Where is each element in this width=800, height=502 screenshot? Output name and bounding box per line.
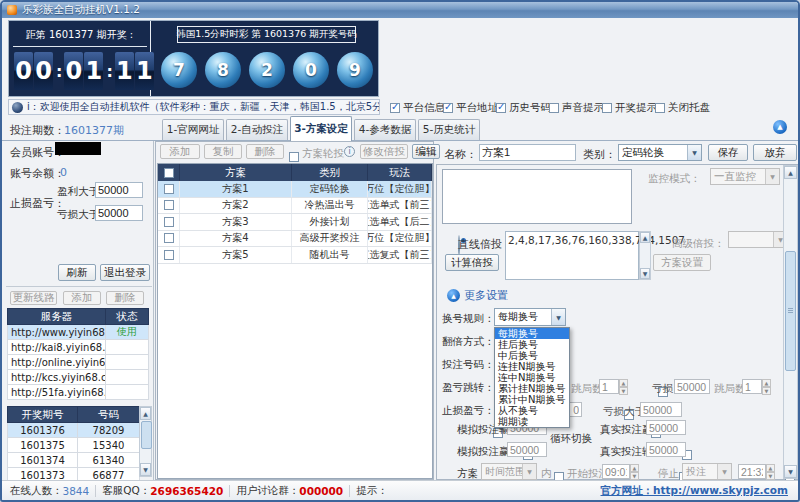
spinner-icons[interactable]: ▲▼ bbox=[766, 464, 775, 479]
scrollbar-thumb[interactable] bbox=[785, 251, 796, 371]
real-lose-input[interactable] bbox=[646, 442, 686, 457]
scheme-row[interactable]: 方案1 定码轮换 万位【定位胆】 bbox=[158, 181, 432, 198]
tab-official-sites[interactable]: 1-官网网址 bbox=[162, 119, 224, 140]
option-close-tray[interactable]: 关闭托盘 bbox=[655, 101, 710, 115]
spinner-icons[interactable]: ▲▼ bbox=[630, 464, 639, 479]
jump-count-input[interactable] bbox=[599, 379, 619, 394]
update-line-button[interactable]: 更新线路 bbox=[10, 291, 57, 305]
stop-action-select[interactable]: 投注 ▼ bbox=[682, 463, 732, 480]
discard-button[interactable]: 放弃 bbox=[753, 144, 797, 161]
scroll-down-icon[interactable]: ▼ bbox=[784, 465, 797, 478]
row-checkbox[interactable] bbox=[164, 184, 174, 194]
modify-multiplier-button[interactable]: 修改倍投 bbox=[360, 144, 408, 159]
loss-gt-input[interactable] bbox=[95, 205, 143, 221]
scroll-up-icon[interactable]: ▲ bbox=[784, 166, 797, 179]
spinner-icons[interactable]: ▲▼ bbox=[619, 379, 628, 394]
title-bar[interactable]: 乐彩族全自动挂机V1.1.2 bbox=[2, 2, 798, 18]
dropdown-option[interactable]: 累计中N期换号 bbox=[495, 394, 569, 405]
row-checkbox[interactable] bbox=[164, 217, 174, 227]
scheme-settings-button[interactable]: 方案设置 bbox=[653, 254, 711, 271]
scheme-delete-button[interactable]: 删除 bbox=[246, 144, 284, 159]
dropdown-option[interactable]: 连挂N期换号 bbox=[495, 361, 569, 372]
config-scrollbar[interactable]: ▲ ▼ bbox=[783, 165, 798, 479]
scheme-copy-button[interactable]: 复制 bbox=[204, 144, 242, 159]
scheme-row[interactable]: 方案2 冷热温出号 直选单式【前三】 bbox=[158, 198, 432, 215]
checkbox-icon[interactable] bbox=[602, 103, 612, 113]
option-sound-alert[interactable]: 声音提示 bbox=[549, 101, 604, 115]
advanced-bet-select[interactable]: ▼ bbox=[728, 231, 788, 248]
scroll-down-icon[interactable]: ▼ bbox=[640, 268, 650, 279]
server-row[interactable]: http://51fa.yiyin68.com bbox=[8, 385, 149, 400]
dropdown-option[interactable]: 挂后换号 bbox=[495, 339, 569, 350]
scheme-row[interactable]: 方案4 高级开奖投注 万位【定位胆】 bbox=[158, 231, 432, 248]
scheme-rotate-checkbox[interactable] bbox=[289, 152, 299, 162]
loss-gt-input[interactable] bbox=[640, 402, 682, 417]
info-circle-icon[interactable]: i bbox=[344, 146, 355, 157]
scheme-category-select[interactable]: 定码轮换 ▼ bbox=[618, 144, 702, 161]
scroll-down-icon[interactable]: ▼ bbox=[140, 463, 151, 476]
textarea-scrollbar[interactable]: ▲ ▼ bbox=[639, 231, 651, 280]
official-site-link[interactable]: 官方网址：http://www.skypjz.com bbox=[601, 484, 789, 498]
sim-win-input[interactable] bbox=[507, 442, 547, 457]
checkbox-icon[interactable] bbox=[549, 103, 559, 113]
change-rule-select[interactable]: 每期换号 ▼ bbox=[494, 308, 566, 326]
checkbox-checked-icon[interactable] bbox=[390, 103, 400, 113]
row-checkbox[interactable] bbox=[164, 233, 174, 243]
select-all-checkbox[interactable] bbox=[164, 168, 174, 178]
checkbox-icon[interactable] bbox=[655, 103, 665, 113]
tab-auto-bet[interactable]: 2-自动投注 bbox=[226, 119, 288, 140]
draw-row[interactable]: 1601374 61340 bbox=[8, 453, 140, 468]
chevron-down-icon[interactable]: ▼ bbox=[551, 309, 565, 325]
profit-gt-input[interactable] bbox=[95, 182, 143, 198]
loss-amount-input[interactable] bbox=[674, 379, 710, 394]
collapse-panel-icon[interactable]: ▲ bbox=[773, 120, 787, 134]
jump-count-input-2[interactable] bbox=[742, 379, 762, 394]
option-platform-info[interactable]: 平台信息 bbox=[390, 101, 445, 115]
time-range-select[interactable]: 时间范围 ▼ bbox=[481, 463, 537, 480]
option-draw-alert[interactable]: 开奖提示 bbox=[602, 101, 657, 115]
scroll-up-icon[interactable]: ▲ bbox=[640, 232, 650, 243]
scheme-name-input[interactable] bbox=[479, 144, 576, 161]
tab-history-stats[interactable]: 5-历史统计 bbox=[418, 119, 480, 140]
logout-button[interactable]: 退出登录 bbox=[100, 264, 150, 281]
tab-scheme-settings[interactable]: 3-方案设定 bbox=[290, 116, 352, 141]
scheme-add-button[interactable]: 添加 bbox=[160, 144, 200, 159]
monitor-mode-select[interactable]: 一直监控 ▼ bbox=[710, 168, 780, 185]
server-row[interactable]: http://kai8.yiyin68.com bbox=[8, 340, 149, 355]
scroll-up-icon[interactable]: ▲ bbox=[140, 407, 151, 420]
scheme-edit-button[interactable]: 编辑 bbox=[412, 144, 440, 159]
refresh-button[interactable]: 刷新 bbox=[58, 264, 96, 281]
more-settings-link[interactable]: ▲ 更多设置 bbox=[447, 288, 508, 303]
checkbox-checked-icon[interactable] bbox=[443, 103, 453, 113]
scrollbar-thumb[interactable] bbox=[141, 421, 152, 449]
stop-time-input[interactable] bbox=[738, 464, 766, 479]
dropdown-option[interactable]: 连中N期换号 bbox=[495, 372, 569, 383]
add-server-button[interactable]: 添加 bbox=[63, 291, 101, 305]
tab-reference-data[interactable]: 4-参考数据 bbox=[354, 119, 416, 140]
change-rule-dropdown[interactable]: 每期换号 挂后换号 中后换号 连挂N期换号 连中N期换号 累计挂N期换号 累计中… bbox=[494, 327, 570, 428]
scheme-row[interactable]: 方案3 外接计划 直选单式【后二】 bbox=[158, 214, 432, 231]
dropdown-option[interactable]: 每期换号 bbox=[495, 328, 569, 339]
server-row[interactable]: http://kcs.yiyin68.com bbox=[8, 370, 149, 385]
option-history-numbers[interactable]: 历史号码 bbox=[496, 101, 551, 115]
chevron-down-icon[interactable]: ▼ bbox=[687, 145, 701, 160]
save-button[interactable]: 保存 bbox=[708, 144, 748, 161]
draw-row[interactable]: 1601375 15340 bbox=[8, 438, 140, 453]
dropdown-option[interactable]: 从不换号 bbox=[495, 405, 569, 416]
start-time-input[interactable] bbox=[602, 464, 630, 479]
real-win-input[interactable] bbox=[646, 420, 686, 435]
option-platform-address[interactable]: 平台地址 bbox=[443, 101, 498, 115]
scheme-row[interactable]: 方案5 随机出号 直选复式【前三】 bbox=[158, 247, 432, 264]
server-row[interactable]: http://online.yiyin68.com bbox=[8, 355, 149, 370]
dropdown-option[interactable]: 中后换号 bbox=[495, 350, 569, 361]
draw-table-scrollbar[interactable]: ▲ ▼ bbox=[139, 406, 152, 477]
row-checkbox[interactable] bbox=[164, 200, 174, 210]
line-bet-textarea[interactable]: 2,4,8,17,36,76,160,338,714,1507 bbox=[505, 231, 639, 280]
checkbox-checked-icon[interactable] bbox=[496, 103, 506, 113]
server-row[interactable]: http://www.yiyin68.com 使用 bbox=[8, 325, 149, 340]
calc-multiplier-button[interactable]: 计算倍投 bbox=[445, 254, 499, 271]
delete-server-button[interactable]: 删除 bbox=[106, 291, 144, 305]
draw-row[interactable]: 1601376 78209 bbox=[8, 423, 140, 438]
spinner-icons[interactable]: ▲▼ bbox=[762, 379, 771, 394]
row-checkbox[interactable] bbox=[164, 250, 174, 260]
